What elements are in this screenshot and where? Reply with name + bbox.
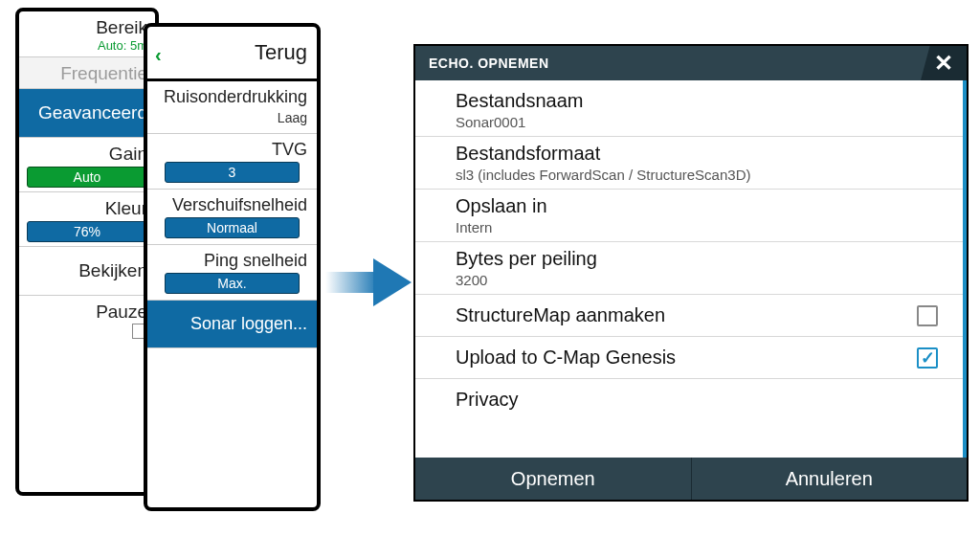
tvg-value-pill: 3 [165, 162, 300, 183]
menu-item-pauze[interactable]: Pauze [19, 296, 155, 347]
submenu-ruisonderdrukking[interactable]: Ruisonderdrukking Laag [147, 81, 317, 134]
label: Pauze [96, 302, 147, 322]
close-icon: ✕ [934, 50, 954, 77]
value: Sonar0001 [456, 114, 938, 130]
label: StructureMap aanmaken [456, 304, 665, 326]
scroll-value-pill: Normaal [165, 217, 300, 238]
dialog-footer: Opnemen Annuleren [415, 458, 967, 500]
flow-arrow-icon [325, 258, 416, 306]
gain-value-pill: Auto [27, 167, 147, 188]
chevron-left-icon: ‹ [155, 44, 162, 66]
label: Geavanceerd [38, 102, 147, 123]
label: TVG [157, 140, 307, 160]
submenu-tvg[interactable]: TVG 3 [147, 134, 317, 190]
menu-item-bekijken[interactable]: Bekijken [19, 247, 155, 296]
menu-item-kleur[interactable]: Kleur 76% [19, 192, 155, 247]
label: Kleur [105, 198, 147, 218]
checkbox-icon[interactable] [917, 305, 938, 326]
checkbox-upload-cmap[interactable]: Upload to C-Map Genesis [415, 337, 967, 379]
dialog-titlebar: ECHO. OPNEMEN ✕ [415, 46, 967, 80]
advanced-submenu-panel: ‹ Terug Ruisonderdrukking Laag TVG 3 Ver… [144, 23, 321, 511]
label: Gain [109, 144, 147, 164]
dialog-title: ECHO. OPNEMEN [429, 56, 549, 71]
submenu-pingsnelheid[interactable]: Ping snelheid Max. [147, 245, 317, 301]
label: Bestandsformaat [456, 143, 938, 165]
menu-item-gain[interactable]: Gain Auto [19, 138, 155, 192]
cancel-button[interactable]: Annuleren [692, 458, 968, 500]
label: Bekijken [78, 260, 147, 280]
field-bytes-per-peiling[interactable]: Bytes per peiling 3200 [415, 242, 967, 295]
submenu-back-button[interactable]: ‹ Terug [147, 27, 317, 81]
kleur-value-pill: 76% [27, 221, 147, 242]
dialog-body: Bestandsnaam Sonar0001 Bestandsformaat s… [415, 80, 967, 458]
field-opslaan-in[interactable]: Opslaan in Intern [415, 190, 967, 242]
submenu-verschuifsnelheid[interactable]: Verschuifsnelheid Normaal [147, 190, 317, 245]
close-button[interactable]: ✕ [921, 46, 967, 80]
label: Frequentie [60, 63, 147, 83]
field-bestandsformaat[interactable]: Bestandsformaat sl3 (includes ForwardSca… [415, 137, 967, 190]
field-bestandsnaam[interactable]: Bestandsnaam Sonar0001 [415, 84, 967, 137]
field-privacy[interactable]: Privacy [415, 379, 967, 420]
label: Ping snelheid [157, 251, 307, 271]
main-menu-panel: Bereik Auto: 5m Frequentie Geavanceerd G… [15, 8, 159, 496]
submenu-sonar-loggen[interactable]: Sonar loggen... [147, 301, 317, 348]
checkbox-icon[interactable] [917, 347, 938, 369]
label: Bereik [96, 17, 147, 37]
label: Bestandsnaam [456, 90, 938, 112]
label: Sonar loggen... [190, 314, 307, 333]
label: Ruisonderdrukking [157, 87, 307, 107]
label: Upload to C-Map Genesis [456, 347, 676, 369]
echo-record-dialog: ECHO. OPNEMEN ✕ Bestandsnaam Sonar0001 B… [413, 44, 969, 502]
value: 3200 [456, 272, 938, 288]
ping-value-pill: Max. [165, 273, 300, 294]
label: Privacy [456, 389, 519, 411]
bereik-sub: Auto: 5m [27, 38, 147, 53]
label: Annuleren [786, 468, 873, 490]
menu-item-geavanceerd[interactable]: Geavanceerd [19, 89, 155, 138]
label: Bytes per peiling [456, 248, 938, 270]
label: Verschuifsnelheid [157, 195, 307, 215]
value: sl3 (includes ForwardScan / StructureSca… [456, 167, 938, 183]
checkbox-structuremap[interactable]: StructureMap aanmaken [415, 295, 967, 337]
label: Opslaan in [456, 195, 938, 217]
back-label: Terug [255, 40, 307, 64]
label: Opnemen [511, 468, 595, 490]
menu-item-bereik[interactable]: Bereik Auto: 5m [19, 11, 155, 57]
value: Intern [456, 219, 938, 235]
value: Laag [278, 110, 307, 125]
record-button[interactable]: Opnemen [415, 458, 692, 500]
menu-item-frequentie[interactable]: Frequentie [19, 57, 155, 89]
